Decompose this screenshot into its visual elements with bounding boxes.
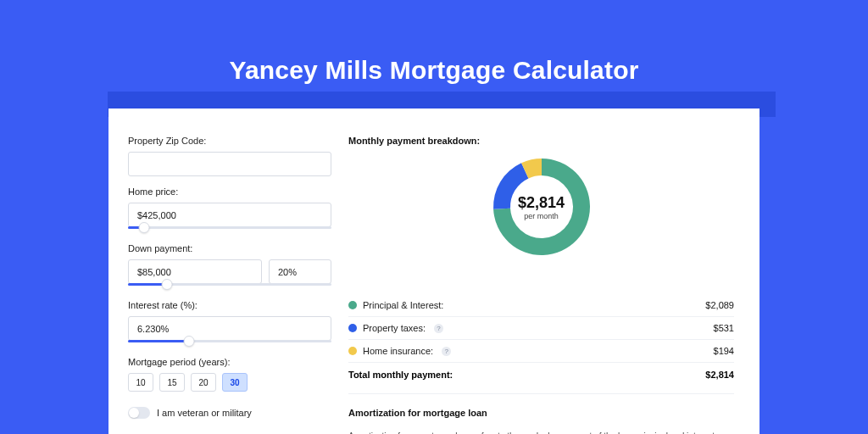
amortization-title: Amortization for mortgage loan [348,408,734,418]
donut-chart: $2,814 per month [348,154,734,286]
legend-name: Property taxes: [363,323,426,333]
form-panel: Property Zip Code: Home price: Down paym… [128,136,331,434]
info-icon[interactable]: ? [434,324,443,333]
legend-value: $194 [714,346,734,356]
calculator-card: Property Zip Code: Home price: Down paym… [108,108,760,434]
period-btn-20[interactable]: 20 [191,373,216,392]
period-btn-30[interactable]: 30 [222,373,248,392]
interest-label: Interest rate (%): [128,300,331,310]
down-payment-slider[interactable] [128,281,331,290]
donut-sub: per month [524,212,559,220]
down-payment-label: Down payment: [128,243,331,253]
period-buttons: 10152030 [128,373,331,392]
legend-dot [348,324,357,332]
veteran-label: I am veteran or military [157,408,252,418]
legend-dot [348,301,357,309]
page-title: Yancey Mills Mortgage Calculator [229,56,638,85]
down-payment-input[interactable] [128,259,262,284]
legend-value: $531 [714,323,734,333]
breakdown-title: Monthly payment breakdown: [348,136,734,146]
legend-row: Principal & Interest:$2,089 [348,294,734,316]
legend-name: Principal & Interest: [363,300,443,310]
home-price-slider[interactable] [128,225,331,233]
zip-label: Property Zip Code: [128,136,331,146]
legend: Principal & Interest:$2,089Property taxe… [348,294,734,362]
donut-amount: $2,814 [518,194,565,212]
period-btn-15[interactable]: 15 [159,373,185,392]
slider-thumb[interactable] [139,222,150,233]
legend-name: Home insurance: [363,346,433,356]
interest-slider[interactable] [128,338,331,347]
total-label: Total monthly payment: [348,370,453,380]
legend-row: Property taxes:?$531 [348,316,734,339]
slider-thumb[interactable] [184,336,195,347]
period-label: Mortgage period (years): [128,357,331,367]
veteran-toggle[interactable] [128,407,150,419]
legend-dot [348,347,357,355]
home-price-input[interactable] [128,203,331,227]
amortization-desc: Amortization for a mortgage loan refers … [348,430,734,434]
breakdown-panel: Monthly payment breakdown: $2,814 per mo… [348,136,734,434]
zip-input[interactable] [128,152,331,176]
info-icon[interactable]: ? [442,347,451,356]
home-price-label: Home price: [128,186,331,197]
total-value: $2,814 [705,370,734,380]
down-payment-pct-input[interactable] [269,259,331,284]
period-btn-10[interactable]: 10 [128,373,153,392]
legend-value: $2,089 [705,300,734,310]
legend-row: Home insurance:?$194 [348,339,734,362]
interest-input[interactable] [128,316,331,341]
slider-thumb[interactable] [161,279,172,290]
